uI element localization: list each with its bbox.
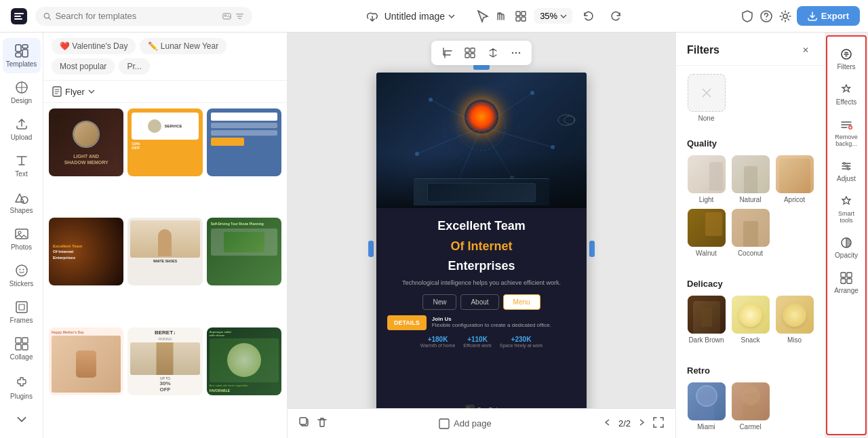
tab-more[interactable]: Pr...: [119, 58, 149, 75]
filter-snack[interactable]: Snack: [731, 296, 770, 344]
right-sidebar-effects[interactable]: Effects: [829, 77, 864, 111]
template-card[interactable]: [207, 108, 281, 176]
settings-icon[interactable]: [778, 9, 793, 24]
sidebar-item-upload[interactable]: Upload: [3, 111, 41, 146]
template-card[interactable]: Self-Driving Tour Route Planning: [207, 218, 281, 285]
prev-page-button[interactable]: [602, 417, 613, 430]
crop-tool-button[interactable]: [437, 43, 457, 62]
search-input[interactable]: [55, 11, 218, 21]
next-page-button[interactable]: [636, 417, 647, 430]
nav-menu-button[interactable]: Menu: [503, 294, 540, 310]
zoom-control[interactable]: 35%: [534, 8, 572, 24]
add-page-button[interactable]: Add page: [439, 418, 492, 429]
template-card[interactable]: Asparagus saladwith cheese Best salad wi…: [207, 327, 281, 395]
search-bar[interactable]: [35, 7, 252, 26]
filters-close-button[interactable]: ✕: [797, 42, 814, 58]
template-card[interactable]: LIGHT ANDSHADOW MEMORY: [49, 108, 123, 176]
template-card[interactable]: Happy Mother's Day: [49, 327, 123, 395]
resize-handle-left[interactable]: [368, 241, 374, 257]
filter-apricot[interactable]: Apricot: [775, 155, 814, 203]
right-sidebar-arrange[interactable]: Arrange: [829, 266, 864, 300]
filter-miami[interactable]: Miami: [687, 382, 726, 431]
resize-handle-top[interactable]: [473, 64, 490, 70]
filter-carmel[interactable]: Carmel: [731, 382, 770, 431]
svg-rect-13: [22, 49, 28, 57]
nav-new-button[interactable]: New: [422, 294, 456, 310]
svg-rect-31: [471, 54, 475, 58]
sidebar-item-collage[interactable]: Collage: [3, 331, 41, 366]
sidebar-item-design[interactable]: Design: [3, 75, 41, 110]
filter-coconut[interactable]: Coconut: [731, 209, 770, 257]
filter-dark-brown[interactable]: Dark Brown: [687, 296, 726, 344]
sidebar-item-photos[interactable]: Photos: [3, 221, 41, 256]
join-us-text: Join Us: [432, 316, 551, 322]
grid-tool-button[interactable]: [460, 43, 480, 62]
svg-rect-23: [16, 338, 21, 343]
sidebar-item-frames[interactable]: Frames: [3, 294, 41, 330]
sidebar-item-text[interactable]: Text: [3, 148, 41, 183]
export-button[interactable]: Export: [797, 6, 860, 26]
details-button[interactable]: DETAILS: [387, 315, 427, 330]
view-options-icon[interactable]: [510, 5, 532, 27]
adjust-icon: [840, 159, 853, 173]
sidebar-item-stickers[interactable]: Stickers: [3, 258, 41, 293]
svg-rect-28: [465, 48, 469, 52]
sidebar-expand-button[interactable]: [3, 407, 41, 433]
help-icon[interactable]: [759, 9, 774, 24]
sidebar-item-plugins[interactable]: Plugins: [3, 370, 41, 405]
arrange-icon: [840, 271, 853, 285]
undo-button[interactable]: [578, 5, 599, 27]
tab-lunar[interactable]: ✏️ Lunar New Year: [140, 38, 226, 54]
svg-point-18: [16, 265, 27, 276]
filename[interactable]: Untitled image: [384, 11, 456, 22]
remove-bg-icon: [840, 118, 853, 132]
resize-handle-right[interactable]: [589, 241, 595, 257]
main-area: Templates Design Upload Text: [0, 33, 868, 438]
template-type-selector[interactable]: Flyer: [52, 86, 96, 97]
flyer-type-icon: [52, 86, 62, 97]
template-card[interactable]: SERVICE 10%OFF: [127, 108, 202, 176]
right-sidebar-filters[interactable]: Filters: [829, 42, 864, 76]
tab-popular[interactable]: Most popular: [52, 58, 115, 75]
svg-rect-22: [19, 304, 24, 310]
filter-natural[interactable]: Natural: [731, 155, 770, 203]
cursor-tool-icon[interactable]: [475, 9, 490, 24]
export-icon: [808, 12, 817, 21]
template-card[interactable]: BERET↓ PAIRING UP TO30%OFF: [127, 327, 202, 395]
duplicate-button[interactable]: [298, 416, 311, 431]
right-sidebar-remove-bg[interactable]: Remove backg...: [829, 113, 864, 153]
svg-rect-7: [521, 17, 526, 21]
filters-delicacy-section: Delicacy Dark Brown: [676, 271, 825, 352]
filter-walnut[interactable]: Walnut: [687, 209, 726, 257]
nav-about-button[interactable]: About: [460, 294, 498, 310]
svg-rect-24: [22, 338, 28, 343]
tab-valentines[interactable]: ❤️ Valentine's Day: [52, 38, 136, 54]
svg-point-3: [224, 14, 226, 16]
flip-tool-button[interactable]: [483, 43, 503, 62]
fullscreen-button[interactable]: [652, 416, 665, 431]
filter-none[interactable]: None: [687, 74, 726, 122]
filter-miso[interactable]: Miso: [775, 296, 814, 344]
redo-button[interactable]: [605, 5, 627, 27]
logo-button[interactable]: [8, 5, 30, 27]
canvas-content: Excellent Team Of Internet Enterprises T…: [376, 73, 587, 425]
cloud-save-icon[interactable]: [366, 9, 379, 23]
svg-line-40: [481, 127, 553, 147]
sidebar-item-templates[interactable]: Templates: [3, 38, 41, 73]
right-sidebar-smart-tools[interactable]: Smart tools: [829, 189, 864, 229]
right-sidebar-adjust[interactable]: Adjust: [829, 154, 864, 188]
template-card[interactable]: WHITE SHOES: [127, 218, 202, 285]
more-options-button[interactable]: [506, 43, 526, 62]
hand-tool-icon[interactable]: [492, 9, 507, 24]
filter-carmel-thumb: [732, 382, 770, 420]
image-search-icon[interactable]: [222, 11, 231, 22]
sidebar-item-shapes[interactable]: Shapes: [3, 184, 41, 220]
filter-icon[interactable]: [235, 11, 244, 22]
shield-icon[interactable]: [740, 9, 755, 24]
template-card[interactable]: Excellent TeamOf InternetEnterprises: [49, 218, 123, 285]
left-sidebar: Templates Design Upload Text: [0, 33, 43, 438]
delete-button[interactable]: [316, 416, 328, 431]
text-icon: [14, 153, 29, 168]
right-sidebar-opacity[interactable]: Opacity: [829, 231, 864, 264]
filter-light[interactable]: Light: [687, 155, 726, 203]
